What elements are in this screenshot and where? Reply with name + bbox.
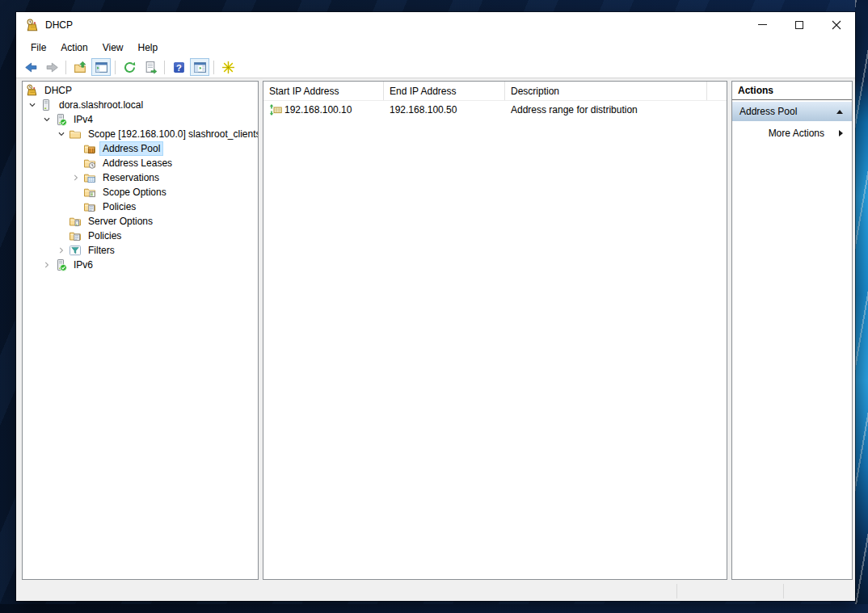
export-list-button[interactable] [141, 58, 160, 76]
tree-item-reservations[interactable]: Reservations [23, 170, 258, 185]
cell-start-ip: 192.168.100.10 [263, 103, 384, 116]
ip-range-icon [269, 103, 283, 116]
show-console-tree-button[interactable] [91, 58, 111, 76]
tree-item-scope-options[interactable]: Scope Options [23, 185, 258, 199]
close-button[interactable] [818, 12, 855, 37]
column-header-empty [707, 82, 727, 100]
actions-group-title: Address Pool [739, 106, 797, 117]
tree-item-server-policies[interactable]: Policies [23, 229, 258, 243]
submenu-caret-icon [839, 130, 843, 136]
cell-description: Address range for distribution [505, 104, 707, 115]
chevron-expanded-icon[interactable] [40, 113, 54, 126]
table-row[interactable]: 192.168.100.10 192.168.100.50 Address ra… [263, 101, 727, 119]
menu-bar: File Action View Help [16, 38, 855, 57]
tree-item-label: Scope Options [100, 186, 169, 199]
more-actions-label: More Actions [769, 128, 824, 139]
column-header-description[interactable]: Description [505, 82, 707, 100]
chevron-spacer [54, 229, 69, 242]
tree-item-server-node[interactable]: dora.slashroot.local [23, 98, 258, 112]
back-button[interactable] [21, 58, 40, 76]
dhcp-app-icon [25, 19, 39, 32]
toolbar-separator [115, 61, 116, 74]
tree-item-scope[interactable]: Scope [192.168.100.0] slashroot_clients [23, 127, 258, 141]
chevron-collapsed-icon[interactable] [54, 244, 69, 257]
tree-item-label: Address Leases [100, 157, 175, 170]
tree-item-label: DHCP [42, 84, 74, 97]
dhcp-root-icon [25, 84, 39, 97]
chevron-expanded-icon[interactable] [54, 128, 69, 141]
toolbar-separator [65, 61, 66, 74]
reservations-icon [83, 171, 97, 184]
chevron-collapsed-icon[interactable] [40, 258, 54, 271]
tree-item-ipv4[interactable]: IPv4 [23, 112, 258, 127]
folder-icon [69, 128, 82, 141]
scope-options-icon [83, 186, 97, 199]
filters-icon [69, 244, 82, 257]
console-tree-pane: DHCP dora.slashroot.local IPv4 Scope [19… [22, 81, 259, 580]
chevron-spacer [69, 142, 83, 155]
status-bar-divider [676, 584, 677, 598]
server-options-icon [69, 215, 82, 228]
menu-help[interactable]: Help [131, 40, 166, 56]
menu-file[interactable]: File [23, 40, 53, 56]
maximize-button[interactable] [781, 12, 818, 37]
minimize-button[interactable] [744, 12, 781, 37]
chevron-spacer [69, 186, 83, 199]
menu-action[interactable]: Action [53, 40, 95, 56]
window-controls [744, 12, 855, 37]
status-bar [16, 582, 855, 601]
chevron-collapsed-icon[interactable] [69, 171, 83, 184]
column-header-end-ip[interactable]: End IP Address [384, 82, 505, 100]
console-window-button[interactable] [190, 58, 209, 76]
toolbar-separator [213, 61, 214, 74]
tree-item-label: Server Options [86, 215, 155, 228]
wallpaper-bottom-edge [0, 604, 868, 613]
wallpaper-blue-edge [855, 0, 868, 613]
menu-view[interactable]: View [95, 40, 131, 56]
up-one-level-button[interactable] [70, 58, 90, 76]
burst-button[interactable] [218, 58, 238, 76]
start-ip-value: 192.168.100.10 [284, 104, 352, 115]
policies-icon [69, 229, 82, 242]
collapse-caret-icon[interactable] [836, 110, 843, 114]
actions-header: Actions [732, 82, 852, 100]
server-check-icon [54, 113, 68, 126]
server-icon [40, 99, 53, 111]
tree-item-label: IPv6 [71, 258, 95, 271]
actions-group-address-pool[interactable]: Address Pool [732, 102, 852, 122]
chevron-expanded-icon[interactable] [25, 99, 40, 111]
tree-item-label: Scope [192.168.100.0] slashroot_clients [86, 128, 259, 141]
tree-item-label: Reservations [100, 171, 162, 184]
address-leases-icon [83, 157, 97, 170]
toolbar-separator [164, 61, 165, 74]
tree-item-label: IPv4 [71, 113, 95, 126]
policies-icon [83, 200, 97, 213]
help-button[interactable] [169, 58, 188, 76]
tree-item-filters[interactable]: Filters [23, 243, 258, 258]
address-pool-icon [83, 142, 97, 155]
more-actions-item[interactable]: More Actions [732, 124, 852, 142]
refresh-button[interactable] [120, 58, 139, 76]
actions-pane: Actions Address Pool More Actions [731, 81, 853, 580]
column-header-start-ip[interactable]: Start IP Address [263, 82, 384, 100]
forward-button[interactable] [42, 58, 61, 76]
content-area: DHCP dora.slashroot.local IPv4 Scope [19… [16, 78, 855, 582]
tree-item-address-pool[interactable]: Address Pool [23, 141, 258, 156]
tree-item-label: dora.slashroot.local [57, 99, 145, 111]
chevron-spacer [69, 200, 83, 213]
tree-item-scope-policies[interactable]: Policies [23, 199, 258, 214]
tree-item-label: Policies [86, 229, 124, 242]
tree-item-ipv6[interactable]: IPv6 [23, 258, 258, 272]
tree-item-label: Filters [86, 244, 117, 257]
server-check-icon [54, 258, 68, 271]
tree-item-address-leases[interactable]: Address Leases [23, 156, 258, 170]
tree-item-dhcp-root[interactable]: DHCP [23, 83, 258, 98]
list-header-row: Start IP Address End IP Address Descript… [263, 82, 727, 101]
status-bar-divider [783, 584, 784, 598]
chevron-spacer [54, 215, 69, 228]
tree-item-server-options[interactable]: Server Options [23, 214, 258, 229]
results-list-pane: Start IP Address End IP Address Descript… [263, 81, 727, 580]
title-bar[interactable]: DHCP [16, 12, 855, 38]
dhcp-console-window: DHCP File Action View Help [16, 12, 855, 601]
chevron-spacer [69, 157, 83, 170]
